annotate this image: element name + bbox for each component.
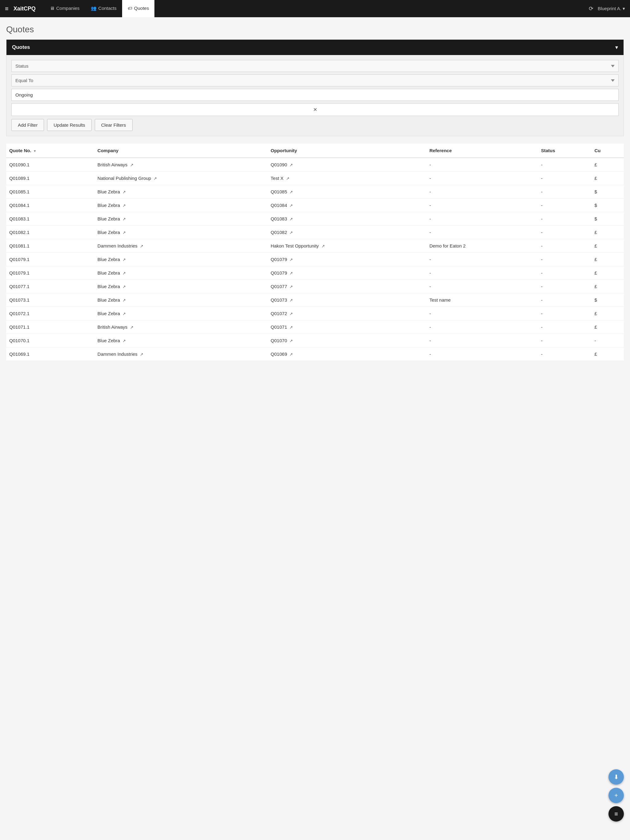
- cell-status: -: [538, 266, 592, 280]
- company-ext-link-icon[interactable]: ↗: [122, 298, 126, 303]
- opportunity-ext-link-icon[interactable]: ↗: [290, 284, 293, 289]
- cell-quote-no: Q01082.1: [6, 226, 95, 239]
- opportunity-ext-link-icon[interactable]: ↗: [290, 203, 293, 208]
- cell-opportunity: Test X ↗: [268, 172, 426, 185]
- quotes-icon: 🏷: [128, 6, 132, 11]
- company-ext-link-icon[interactable]: ↗: [122, 230, 126, 235]
- cell-reference: -: [426, 185, 538, 199]
- cell-reference: -: [426, 199, 538, 212]
- company-ext-link-icon[interactable]: ↗: [122, 217, 126, 221]
- cell-company: Blue Zebra ↗: [95, 185, 268, 199]
- cell-company: Dammen Industries ↗: [95, 347, 268, 361]
- page-title: Quotes: [6, 25, 624, 35]
- company-ext-link-icon[interactable]: ↗: [130, 163, 133, 167]
- cell-currency: $: [591, 199, 624, 212]
- account-menu[interactable]: Blueprint A. ▾: [598, 6, 625, 11]
- opportunity-ext-link-icon[interactable]: ↗: [290, 352, 293, 357]
- company-ext-link-icon[interactable]: ↗: [140, 244, 143, 248]
- filter-clear-row[interactable]: ✕: [11, 103, 619, 116]
- cell-quote-no: Q01071.1: [6, 321, 95, 334]
- cell-opportunity: Q01073 ↗: [268, 293, 426, 307]
- cell-status: -: [538, 280, 592, 293]
- panel-header[interactable]: Quotes ▾: [6, 39, 624, 55]
- cell-company: Blue Zebra ↗: [95, 334, 268, 347]
- company-ext-link-icon[interactable]: ↗: [122, 190, 126, 194]
- opportunity-ext-link-icon[interactable]: ↗: [290, 217, 293, 221]
- company-ext-link-icon[interactable]: ↗: [122, 271, 126, 275]
- nav-item-contacts[interactable]: 👥 Contacts: [85, 0, 122, 17]
- cell-reference: -: [426, 280, 538, 293]
- cell-currency: £: [591, 172, 624, 185]
- cell-opportunity: Q01085 ↗: [268, 185, 426, 199]
- opportunity-ext-link-icon[interactable]: ↗: [321, 244, 325, 248]
- add-filter-button[interactable]: Add Filter: [11, 119, 44, 131]
- cell-reference: -: [426, 172, 538, 185]
- cell-quote-no: Q01084.1: [6, 199, 95, 212]
- cell-opportunity: Q01083 ↗: [268, 212, 426, 226]
- account-chevron-icon: ▾: [623, 6, 625, 11]
- company-ext-link-icon[interactable]: ↗: [154, 176, 157, 181]
- nav-item-quotes[interactable]: 🏷 Quotes: [122, 0, 154, 17]
- table-row: Q01082.1 Blue Zebra ↗ Q01082 ↗ - - £: [6, 226, 624, 239]
- table-row: Q01083.1 Blue Zebra ↗ Q01083 ↗ - - $: [6, 212, 624, 226]
- col-currency: Cu: [591, 144, 624, 158]
- table-row: Q01081.1 Dammen Industries ↗ Hakon Test …: [6, 239, 624, 253]
- opportunity-ext-link-icon[interactable]: ↗: [290, 230, 293, 235]
- opportunity-ext-link-icon[interactable]: ↗: [290, 311, 293, 316]
- panel-title: Quotes: [12, 44, 30, 51]
- equalto-select[interactable]: Equal To: [11, 74, 619, 87]
- cell-currency: $: [591, 185, 624, 199]
- cell-status: -: [538, 212, 592, 226]
- hamburger-icon[interactable]: ≡: [5, 5, 9, 12]
- table-row: Q01072.1 Blue Zebra ↗ Q01072 ↗ - - £: [6, 307, 624, 321]
- col-quote-no[interactable]: Quote No. ▼: [6, 144, 95, 158]
- cell-company: British Airways ↗: [95, 158, 268, 172]
- company-ext-link-icon[interactable]: ↗: [122, 203, 126, 208]
- clear-filter-x-icon: ✕: [313, 107, 317, 112]
- nav-item-companies[interactable]: 🖥 Companies: [44, 0, 85, 17]
- opportunity-ext-link-icon[interactable]: ↗: [290, 257, 293, 262]
- cell-opportunity: Q01077 ↗: [268, 280, 426, 293]
- col-status: Status: [538, 144, 592, 158]
- filter-value-input[interactable]: [11, 89, 619, 101]
- cell-currency: $: [591, 212, 624, 226]
- table-row: Q01073.1 Blue Zebra ↗ Q01073 ↗ Test name…: [6, 293, 624, 307]
- table-header: Quote No. ▼ Company Opportunity Referenc…: [6, 144, 624, 158]
- status-select[interactable]: Status: [11, 60, 619, 72]
- cell-status: -: [538, 334, 592, 347]
- filter-value-row: [11, 89, 619, 101]
- company-ext-link-icon[interactable]: ↗: [122, 284, 126, 289]
- cell-currency: £: [591, 280, 624, 293]
- cell-currency: -: [591, 334, 624, 347]
- table-row: Q01071.1 British Airways ↗ Q01071 ↗ - - …: [6, 321, 624, 334]
- opportunity-ext-link-icon[interactable]: ↗: [290, 190, 293, 194]
- opportunity-ext-link-icon[interactable]: ↗: [290, 298, 293, 303]
- opportunity-ext-link-icon[interactable]: ↗: [290, 271, 293, 275]
- table-row: Q01077.1 Blue Zebra ↗ Q01077 ↗ - - £: [6, 280, 624, 293]
- opportunity-ext-link-icon[interactable]: ↗: [290, 338, 293, 343]
- cell-reference: -: [426, 307, 538, 321]
- cell-reference: -: [426, 347, 538, 361]
- cell-company: Dammen Industries ↗: [95, 239, 268, 253]
- cell-quote-no: Q01081.1: [6, 239, 95, 253]
- clear-filters-button[interactable]: Clear Filters: [95, 119, 133, 131]
- company-ext-link-icon[interactable]: ↗: [130, 325, 133, 330]
- cell-currency: £: [591, 321, 624, 334]
- cell-company: Blue Zebra ↗: [95, 266, 268, 280]
- update-results-button[interactable]: Update Results: [47, 119, 92, 131]
- opportunity-ext-link-icon[interactable]: ↗: [286, 176, 290, 181]
- cell-opportunity: Q01079 ↗: [268, 253, 426, 266]
- cell-opportunity: Hakon Test Opportunity ↗: [268, 239, 426, 253]
- company-ext-link-icon[interactable]: ↗: [122, 257, 126, 262]
- company-ext-link-icon[interactable]: ↗: [140, 352, 143, 357]
- opportunity-ext-link-icon[interactable]: ↗: [290, 163, 293, 167]
- refresh-icon[interactable]: ⟳: [589, 5, 594, 12]
- cell-opportunity: Q01071 ↗: [268, 321, 426, 334]
- cell-status: -: [538, 307, 592, 321]
- cell-company: Blue Zebra ↗: [95, 253, 268, 266]
- company-ext-link-icon[interactable]: ↗: [122, 338, 126, 343]
- table-row: Q01070.1 Blue Zebra ↗ Q01070 ↗ - - -: [6, 334, 624, 347]
- opportunity-ext-link-icon[interactable]: ↗: [290, 325, 293, 330]
- company-ext-link-icon[interactable]: ↗: [122, 311, 126, 316]
- cell-opportunity: Q01072 ↗: [268, 307, 426, 321]
